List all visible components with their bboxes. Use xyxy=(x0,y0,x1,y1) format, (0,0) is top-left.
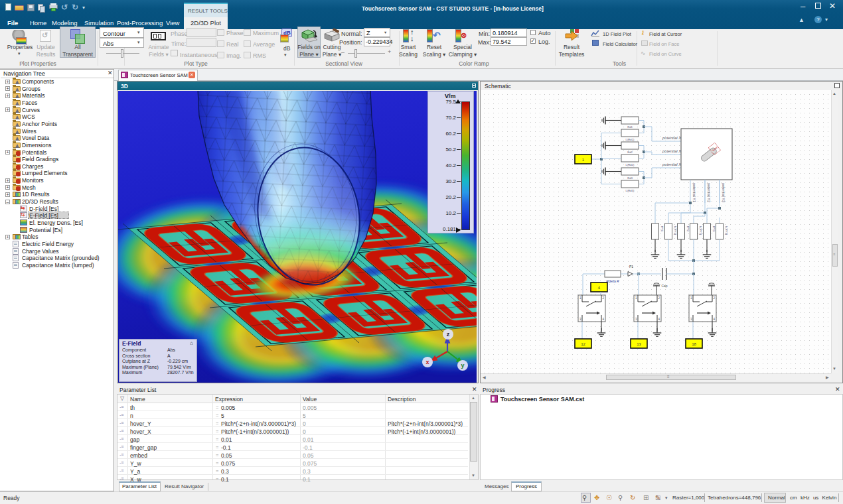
svg-text:RY3: RY3 xyxy=(712,226,716,232)
svg-text:x: x xyxy=(425,359,429,365)
svg-text:L(RY2): L(RY2) xyxy=(699,226,702,235)
svg-text:18: 18 xyxy=(692,342,696,346)
svg-text:potential Y3: potential Y3 xyxy=(722,183,726,202)
svg-text:12: 12 xyxy=(581,342,585,346)
svg-text:13: 13 xyxy=(637,342,641,346)
svg-text:y: y xyxy=(461,362,464,369)
svg-text:potential X3: potential X3 xyxy=(662,162,684,166)
svg-text:RY2: RY2 xyxy=(686,226,690,232)
svg-text:z: z xyxy=(447,331,450,338)
svg-text:potential Y2: potential Y2 xyxy=(707,183,711,202)
svg-text:Rd1: Rd1 xyxy=(627,125,633,129)
svg-text:L(Rd2): L(Rd2) xyxy=(626,163,635,166)
svg-text:potential Y1: potential Y1 xyxy=(692,183,696,202)
svg-text:Rdelta R: Rdelta R xyxy=(606,279,619,283)
svg-text:Cap: Cap xyxy=(661,284,667,288)
svg-text:potential X1: potential X1 xyxy=(662,136,684,140)
svg-text:Rd2: Rd2 xyxy=(627,151,633,154)
svg-text:potential X2: potential X2 xyxy=(662,149,684,153)
svg-text:RY1: RY1 xyxy=(660,226,664,232)
svg-text:P1: P1 xyxy=(629,265,633,269)
svg-text:L(Rd3): L(Rd3) xyxy=(626,189,635,192)
svg-text:L(RY3): L(RY3) xyxy=(725,226,728,235)
svg-text:L(RY1): L(RY1) xyxy=(674,226,677,235)
svg-text:Rd3: Rd3 xyxy=(627,176,633,180)
svg-text:L(Rd1): L(Rd1) xyxy=(626,138,635,141)
